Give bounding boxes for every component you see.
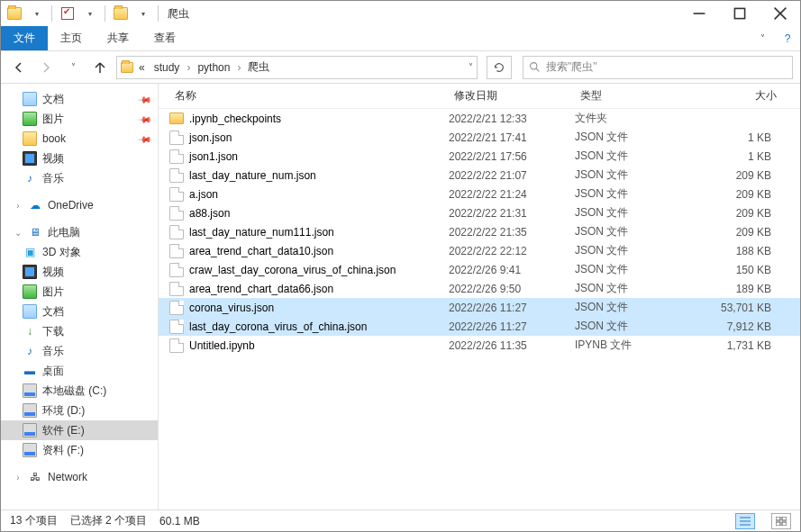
sidebar-item-下载[interactable]: ↓下载	[1, 321, 158, 341]
tab-home[interactable]: 主页	[48, 26, 95, 50]
sidebar-item-软件 (E:)[interactable]: 软件 (E:)	[1, 420, 158, 440]
file-row[interactable]: Untitled.ipynb2022/2/26 11:35IPYNB 文件1,7…	[159, 336, 800, 355]
col-type[interactable]: 类型	[575, 88, 692, 104]
file-row[interactable]: craw_last_day_corona_virus_of_china.json…	[159, 260, 800, 279]
breadcrumb-item[interactable]: python	[194, 61, 233, 74]
tab-share[interactable]: 共享	[95, 26, 141, 50]
sidebar-item-图片[interactable]: 图片	[1, 282, 158, 302]
refresh-button[interactable]	[487, 56, 512, 79]
sidebar-item-label: 音乐	[42, 344, 64, 359]
sidebar-item-图片[interactable]: 图片📌	[1, 109, 158, 129]
file-row[interactable]: last_day_corona_virus_of_china.json2022/…	[159, 317, 800, 336]
search-icon	[529, 61, 541, 73]
app-icon[interactable]	[5, 4, 24, 23]
sidebar-item-文档[interactable]: 文档	[1, 302, 158, 321]
file-row[interactable]: json.json2022/2/21 17:41JSON 文件1 KB	[159, 128, 800, 147]
sidebar-item-此电脑[interactable]: ⌄🖥此电脑	[1, 222, 158, 242]
sidebar-item-视频[interactable]: 视频	[1, 262, 158, 282]
svg-rect-12	[782, 522, 787, 526]
file-row[interactable]: json1.json2022/2/21 17:56JSON 文件1 KB	[159, 147, 800, 166]
qat-dropdown-2[interactable]: ▾	[79, 4, 99, 23]
properties-icon[interactable]	[58, 4, 77, 23]
onedrive-icon: ☁	[28, 198, 42, 212]
sidebar-item-Network[interactable]: ›🖧Network	[1, 467, 158, 487]
sidebar-item-本地磁盘 (C:)[interactable]: 本地磁盘 (C:)	[1, 381, 158, 401]
file-name: json.json	[189, 131, 232, 144]
sidebar-item-视频[interactable]: 视频	[1, 149, 158, 168]
forward-button[interactable]	[35, 57, 57, 78]
up-button[interactable]	[89, 57, 111, 78]
file-size: 1 KB	[692, 150, 782, 163]
sidebar-item-资料 (F:)[interactable]: 资料 (F:)	[1, 440, 158, 460]
sidebar-item-OneDrive[interactable]: ›☁OneDrive	[1, 195, 158, 215]
column-headers: 名称 修改日期 类型 大小	[159, 84, 800, 109]
file-date: 2022/2/26 9:50	[449, 283, 575, 295]
tab-file[interactable]: 文件	[1, 26, 48, 50]
file-row[interactable]: a88.json2022/2/22 21:31JSON 文件209 KB	[159, 203, 800, 222]
expand-caret-icon[interactable]: ›	[14, 473, 23, 482]
sidebar-item-label: 此电脑	[48, 225, 80, 240]
file-name: a.json	[189, 188, 218, 201]
file-row[interactable]: area_trend_chart_data66.json2022/2/26 9:…	[159, 279, 800, 298]
col-name[interactable]: 名称	[169, 88, 449, 104]
file-size: 189 KB	[692, 283, 782, 295]
file-row[interactable]: a.json2022/2/22 21:24JSON 文件209 KB	[159, 185, 800, 203]
doc-icon	[23, 304, 37, 319]
col-size[interactable]: 大小	[692, 88, 782, 104]
view-icons-button[interactable]	[771, 513, 791, 529]
chevron-right-icon[interactable]: ›	[185, 61, 192, 74]
status-size: 60.1 MB	[159, 515, 200, 527]
breadcrumb-prefix[interactable]: «	[135, 61, 149, 74]
file-row[interactable]: area_trend_chart_data10.json2022/2/22 22…	[159, 241, 800, 260]
file-date: 2022/2/21 17:56	[449, 150, 575, 163]
file-type: JSON 文件	[575, 281, 692, 296]
sidebar-item-3D 对象[interactable]: ▣3D 对象	[1, 242, 158, 262]
search-input[interactable]: 搜索"爬虫"	[523, 56, 793, 79]
col-date[interactable]: 修改日期	[449, 88, 575, 104]
address-bar[interactable]: « study › python › 爬虫 ˅	[116, 56, 478, 79]
folder-icon	[169, 113, 184, 124]
help-button[interactable]: ?	[775, 26, 800, 50]
expand-caret-icon[interactable]: ›	[14, 201, 23, 211]
ribbon-expand-button[interactable]: ˅	[750, 26, 775, 50]
sidebar-item-文档[interactable]: 文档📌	[1, 89, 158, 109]
file-row[interactable]: corona_virus.json2022/2/26 11:27JSON 文件5…	[159, 298, 800, 317]
file-row[interactable]: last_day_nature_num111.json2022/2/22 21:…	[159, 222, 800, 241]
maximize-button[interactable]	[719, 1, 760, 26]
chevron-right-icon[interactable]: ›	[235, 61, 242, 74]
sidebar-item-book[interactable]: book📌	[1, 129, 158, 149]
dl-icon: ↓	[23, 324, 37, 338]
close-button[interactable]	[760, 1, 800, 26]
sidebar-item-音乐[interactable]: ♪音乐	[1, 341, 158, 361]
sidebar: 文档📌图片📌book📌视频♪音乐›☁OneDrive⌄🖥此电脑▣3D 对象视频图…	[1, 84, 159, 509]
expand-caret-icon[interactable]: ⌄	[14, 228, 23, 238]
file-type: JSON 文件	[575, 243, 692, 258]
sidebar-item-环境 (D:)[interactable]: 环境 (D:)	[1, 401, 158, 420]
pin-icon: 📌	[138, 112, 152, 126]
tab-view[interactable]: 查看	[141, 26, 188, 50]
file-row[interactable]: .ipynb_checkpoints2022/2/21 12:33文件夹	[159, 109, 800, 128]
breadcrumb-item[interactable]: 爬虫	[244, 59, 273, 75]
back-button[interactable]	[8, 57, 30, 78]
recent-dropdown[interactable]: ˅	[62, 57, 84, 78]
file-icon	[169, 149, 184, 164]
file-name: Untitled.ipynb	[189, 339, 255, 352]
file-icon	[169, 338, 184, 353]
file-list[interactable]: .ipynb_checkpoints2022/2/21 12:33文件夹json…	[159, 109, 800, 509]
sidebar-item-桌面[interactable]: ▬桌面	[1, 361, 158, 381]
minimize-button[interactable]	[678, 1, 719, 26]
view-details-button[interactable]	[735, 513, 755, 529]
sidebar-item-label: 3D 对象	[42, 245, 81, 260]
qat-dropdown[interactable]: ▾	[26, 4, 46, 23]
sidebar-item-label: 软件 (E:)	[42, 423, 85, 438]
file-date: 2022/2/21 12:33	[449, 113, 575, 125]
breadcrumb-item[interactable]: study	[150, 61, 184, 74]
qat-overflow[interactable]: ▾	[132, 4, 152, 23]
file-icon	[169, 131, 184, 145]
folder-icon[interactable]	[111, 4, 131, 23]
file-size: 188 KB	[692, 245, 782, 257]
file-row[interactable]: last_day_nature_num.json2022/2/22 21:07J…	[159, 166, 800, 185]
sidebar-item-音乐[interactable]: ♪音乐	[1, 168, 158, 188]
address-dropdown[interactable]: ˅	[469, 62, 473, 72]
status-bar: 13 个项目 已选择 2 个项目 60.1 MB	[1, 509, 800, 531]
